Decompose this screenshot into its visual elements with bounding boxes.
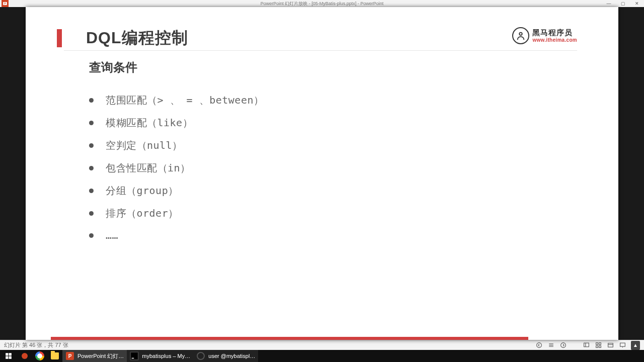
list-item: 范围匹配（> 、 = 、between） [89, 94, 577, 107]
list-item: …… [89, 229, 577, 241]
prev-slide-icon[interactable] [535, 342, 542, 349]
list-item: 分组（group） [89, 184, 577, 198]
bullet-text: …… [106, 229, 118, 241]
brand-text: 黑马程序员 www.itheima.com [532, 29, 577, 43]
sorter-view-icon[interactable] [595, 342, 602, 349]
bullet-text: 排序（order） [106, 207, 179, 220]
svg-rect-14 [608, 343, 613, 347]
bullet-text: 包含性匹配（in） [106, 161, 191, 175]
slide-subtitle: 查询条件 [89, 59, 577, 75]
list-item: 模糊匹配（like） [89, 116, 577, 130]
brand-block: 黑马程序员 www.itheima.com [512, 27, 577, 44]
reading-view-icon[interactable] [607, 342, 614, 349]
header-divider [64, 50, 577, 51]
bullet-icon [89, 143, 94, 148]
svg-rect-8 [584, 343, 589, 347]
taskbar-explorer[interactable] [47, 350, 62, 362]
svg-rect-20 [6, 356, 8, 359]
minimize-button[interactable]: — [602, 0, 616, 7]
bullet-icon [89, 233, 94, 238]
svg-rect-13 [599, 346, 601, 348]
maximize-button[interactable]: ▢ [616, 0, 630, 7]
svg-rect-10 [596, 343, 598, 345]
bullet-text: 范围匹配（> 、 = 、between） [106, 94, 264, 107]
slide-header: DQL编程控制 [57, 27, 587, 49]
slideshow-view-icon[interactable] [619, 342, 626, 349]
svg-rect-16 [620, 343, 625, 346]
taskbar-item-label: PowerPoint 幻灯… [77, 352, 124, 360]
brand-logo-icon [512, 27, 529, 44]
svg-text:P: P [4, 3, 6, 5]
bullet-list: 范围匹配（> 、 = 、between） 模糊匹配（like） 空判定（null… [89, 94, 577, 241]
svg-point-3 [536, 343, 541, 348]
app-icon [20, 351, 29, 360]
taskbar-item-label: mybatisplus – My… [142, 353, 190, 359]
svg-rect-18 [6, 353, 8, 355]
slide: DQL编程控制 黑马程序员 www.itheima.com 查询条件 范围匹配（… [26, 7, 618, 340]
slide-progress-fill [51, 337, 528, 340]
bullet-icon [89, 211, 94, 216]
svg-point-7 [560, 343, 566, 348]
taskbar: P PowerPoint 幻灯… mybatisplus – My… user … [0, 350, 644, 362]
close-button[interactable]: ✕ [630, 0, 644, 7]
svg-point-22 [22, 353, 28, 359]
slide-content: 查询条件 范围匹配（> 、 = 、between） 模糊匹配（like） 空判定… [89, 59, 577, 250]
slide-progress-track [51, 337, 593, 340]
brand-url: www.itheima.com [532, 37, 577, 43]
window-controls: — ▢ ✕ [602, 0, 644, 7]
taskbar-powerpoint[interactable]: P PowerPoint 幻灯… [62, 350, 127, 362]
status-bar: 幻灯片 第 46 张，共 77 张 ▲ [0, 340, 644, 350]
bullet-text: 分组（group） [106, 184, 179, 198]
bullet-icon [89, 166, 94, 170]
bullet-icon [89, 189, 94, 193]
slide-title: DQL编程控制 [86, 27, 188, 49]
slide-counter: 幻灯片 第 46 张，共 77 张 [4, 341, 68, 349]
svg-rect-19 [9, 353, 12, 355]
menu-icon[interactable] [547, 342, 554, 349]
presentation-stage: DQL编程控制 黑马程序员 www.itheima.com 查询条件 范围匹配（… [0, 7, 644, 340]
brand-name: 黑马程序员 [532, 29, 577, 37]
powerpoint-icon: P [65, 351, 74, 360]
taskbar-mobaxterm[interactable]: user @mybatispl… [193, 350, 258, 362]
chrome-icon [35, 351, 44, 360]
folder-icon [50, 351, 59, 360]
window-titlebar: P PowerPoint 幻灯片放映 - [05-MyBatis-plus.pp… [0, 0, 644, 7]
taskbar-chrome[interactable] [32, 350, 47, 362]
svg-rect-24 [132, 358, 134, 359]
bullet-text: 空判定（null） [106, 139, 183, 152]
intellij-icon [130, 351, 139, 360]
svg-rect-12 [596, 346, 598, 348]
svg-rect-21 [9, 356, 12, 359]
terminal-icon [196, 351, 205, 360]
start-button[interactable] [0, 350, 17, 362]
accent-bar [57, 29, 62, 47]
taskbar-intellij[interactable]: mybatisplus – My… [127, 350, 193, 362]
svg-rect-11 [599, 343, 601, 345]
bullet-icon [89, 98, 94, 103]
taskbar-app-generic[interactable] [17, 350, 32, 362]
powerpoint-app-icon: P [2, 0, 9, 7]
normal-view-icon[interactable] [583, 342, 590, 349]
list-item: 排序（order） [89, 207, 577, 220]
status-bar-right: ▲ [535, 341, 640, 350]
taskbar-item-label: user @mybatispl… [208, 353, 255, 359]
bullet-text: 模糊匹配（like） [106, 116, 193, 130]
list-item: 空判定（null） [89, 139, 577, 152]
next-slide-icon[interactable] [559, 342, 567, 349]
bullet-icon [89, 121, 94, 125]
window-title: PowerPoint 幻灯片放映 - [05-MyBatis-plus.pptx… [261, 1, 384, 7]
svg-point-2 [520, 33, 523, 36]
list-item: 包含性匹配（in） [89, 161, 577, 175]
expand-button[interactable]: ▲ [631, 341, 640, 350]
